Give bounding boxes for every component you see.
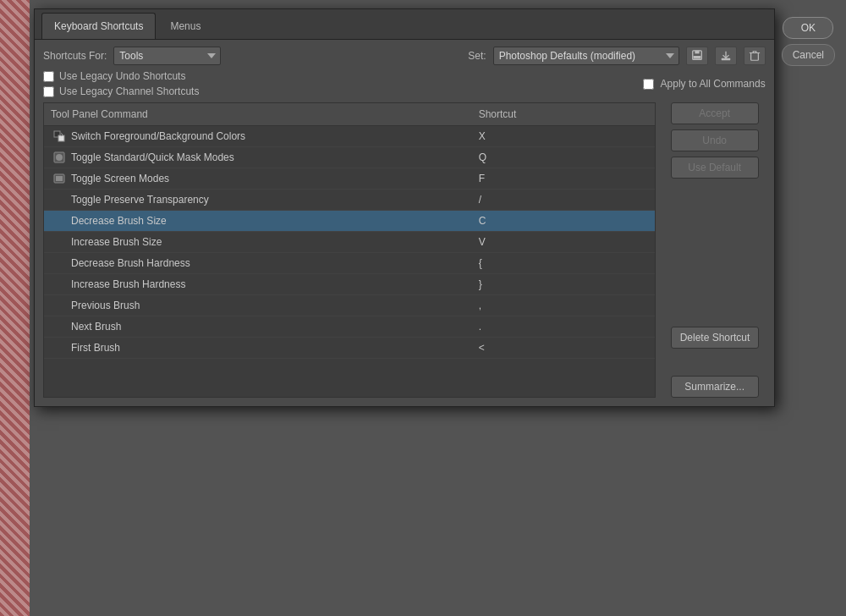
svg-rect-1 bbox=[695, 51, 699, 54]
svg-rect-4 bbox=[750, 53, 758, 61]
row-shortcut: C bbox=[479, 215, 648, 227]
row-name: Toggle Screen Modes bbox=[71, 173, 479, 184]
row-shortcut: } bbox=[479, 278, 648, 290]
delete-shortcut-button[interactable]: Delete Shortcut bbox=[671, 327, 759, 349]
set-select[interactable]: Photoshop Defaults (modified) Photoshop … bbox=[493, 47, 679, 65]
table-row[interactable]: Next Brush . bbox=[44, 316, 655, 338]
row-shortcut: F bbox=[479, 173, 648, 184]
row-name: Previous Brush bbox=[71, 300, 479, 311]
row-name: Decrease Brush Size bbox=[71, 215, 479, 227]
tab-keyboard-shortcuts[interactable]: Keyboard Shortcuts bbox=[41, 13, 156, 39]
table-row[interactable]: Increase Brush Size V bbox=[44, 232, 655, 253]
legacy-undo-label: Use Legacy Undo Shortcuts bbox=[59, 70, 185, 82]
legacy-channel-checkbox[interactable] bbox=[43, 86, 54, 97]
table-row[interactable]: Toggle Standard/Quick Mask Modes Q bbox=[44, 147, 655, 168]
table-row[interactable]: Toggle Preserve Transparency / bbox=[44, 190, 655, 211]
set-select-wrapper: Photoshop Defaults (modified) Photoshop … bbox=[493, 47, 679, 65]
row-name: First Brush bbox=[71, 342, 479, 354]
spacer bbox=[671, 184, 759, 186]
row-shortcut: V bbox=[479, 236, 648, 248]
table-row[interactable]: Switch Foreground/Background Colors X bbox=[44, 126, 655, 147]
save-set-button[interactable] bbox=[686, 47, 708, 65]
export-icon bbox=[720, 50, 732, 62]
legacy-undo-row: Use Legacy Undo Shortcuts bbox=[43, 70, 199, 82]
table-container: Tool Panel Command Shortcut Switch Foreg… bbox=[43, 102, 656, 398]
spacer2 bbox=[671, 354, 759, 371]
apply-to-all-checkbox[interactable] bbox=[643, 79, 654, 90]
table-row[interactable]: Toggle Screen Modes F bbox=[44, 168, 655, 190]
row-icon-empty bbox=[51, 235, 68, 249]
legacy-channel-label: Use Legacy Channel Shortcuts bbox=[59, 85, 199, 97]
row-icon-screen bbox=[51, 172, 68, 185]
save-icon bbox=[691, 50, 703, 62]
row-shortcut: , bbox=[479, 300, 648, 311]
row-icon-empty bbox=[51, 214, 68, 228]
row-shortcut: X bbox=[479, 130, 648, 142]
table-row[interactable]: Decrease Brush Size C bbox=[44, 211, 655, 232]
col-shortcut-header: Shortcut bbox=[479, 108, 648, 120]
shortcuts-for-select-wrapper: Tools Application Menus Panel Menus Task… bbox=[113, 47, 221, 65]
table-row[interactable]: First Brush < bbox=[44, 338, 655, 359]
row-name: Switch Foreground/Background Colors bbox=[71, 130, 479, 142]
undo-button[interactable]: Undo bbox=[671, 129, 759, 151]
top-row2: Use Legacy Undo Shortcuts Use Legacy Cha… bbox=[43, 70, 766, 97]
col-command-header: Tool Panel Command bbox=[51, 108, 479, 120]
tabs-row: Keyboard Shortcuts Menus bbox=[35, 9, 774, 40]
row-icon-switch bbox=[51, 129, 68, 143]
table-header: Tool Panel Command Shortcut bbox=[44, 103, 655, 126]
accept-button[interactable]: Accept bbox=[671, 102, 759, 124]
row-name: Increase Brush Size bbox=[71, 236, 479, 248]
row-shortcut: { bbox=[479, 257, 648, 269]
side-actions: OK Cancel bbox=[775, 8, 842, 407]
svg-point-8 bbox=[56, 154, 63, 161]
row-icon-empty bbox=[51, 341, 68, 355]
export-set-button[interactable] bbox=[715, 47, 737, 65]
row-icon-empty bbox=[51, 278, 68, 291]
top-controls: Shortcuts For: Tools Application Menus P… bbox=[35, 40, 774, 102]
legacy-channel-row: Use Legacy Channel Shortcuts bbox=[43, 85, 199, 97]
row-shortcut: Q bbox=[479, 151, 648, 163]
tab-menus[interactable]: Menus bbox=[157, 13, 213, 39]
dialog: Keyboard Shortcuts Menus Shortcuts For: … bbox=[34, 8, 775, 407]
row-icon-empty bbox=[51, 193, 68, 206]
svg-rect-10 bbox=[56, 176, 63, 181]
background-pattern bbox=[0, 0, 30, 616]
delete-set-button[interactable] bbox=[744, 47, 766, 65]
use-default-button[interactable]: Use Default bbox=[671, 157, 759, 179]
table-row[interactable]: Decrease Brush Hardness { bbox=[44, 253, 655, 274]
row-icon-empty bbox=[51, 299, 68, 312]
dialog-wrapper: Keyboard Shortcuts Menus Shortcuts For: … bbox=[34, 8, 842, 407]
row-shortcut: < bbox=[479, 342, 648, 354]
row-shortcut: / bbox=[479, 194, 648, 206]
row-name: Decrease Brush Hardness bbox=[71, 257, 479, 269]
summarize-button[interactable]: Summarize... bbox=[671, 376, 759, 398]
svg-rect-2 bbox=[693, 56, 700, 59]
row-name: Increase Brush Hardness bbox=[71, 278, 479, 290]
top-row1: Shortcuts For: Tools Application Menus P… bbox=[43, 47, 766, 65]
table-row[interactable]: Previous Brush , bbox=[44, 295, 655, 316]
row-name: Toggle Preserve Transparency bbox=[71, 194, 479, 206]
shortcuts-for-label: Shortcuts For: bbox=[43, 50, 107, 62]
row-icon-empty bbox=[51, 256, 68, 270]
apply-row: Apply to All Commands bbox=[643, 78, 766, 90]
ok-button[interactable]: OK bbox=[783, 17, 833, 39]
table-row[interactable]: Increase Brush Hardness } bbox=[44, 274, 655, 295]
shortcuts-for-select[interactable]: Tools Application Menus Panel Menus Task… bbox=[113, 47, 221, 65]
row-icon-mask bbox=[51, 151, 68, 164]
cancel-button[interactable]: Cancel bbox=[782, 44, 835, 66]
apply-to-all-label: Apply to All Commands bbox=[661, 78, 766, 90]
set-label: Set: bbox=[468, 50, 486, 62]
row-shortcut: . bbox=[479, 321, 648, 333]
svg-rect-3 bbox=[721, 58, 730, 61]
row-name: Toggle Standard/Quick Mask Modes bbox=[71, 151, 479, 163]
legacy-undo-checkbox[interactable] bbox=[43, 71, 54, 82]
trash-icon bbox=[749, 50, 761, 62]
row-icon-empty bbox=[51, 320, 68, 333]
right-buttons-panel: Accept Undo Use Default Delete Shortcut … bbox=[664, 102, 766, 398]
main-area: Tool Panel Command Shortcut Switch Foreg… bbox=[35, 102, 774, 406]
table-scroll[interactable]: Switch Foreground/Background Colors X To… bbox=[44, 126, 655, 397]
row-name: Next Brush bbox=[71, 321, 479, 333]
